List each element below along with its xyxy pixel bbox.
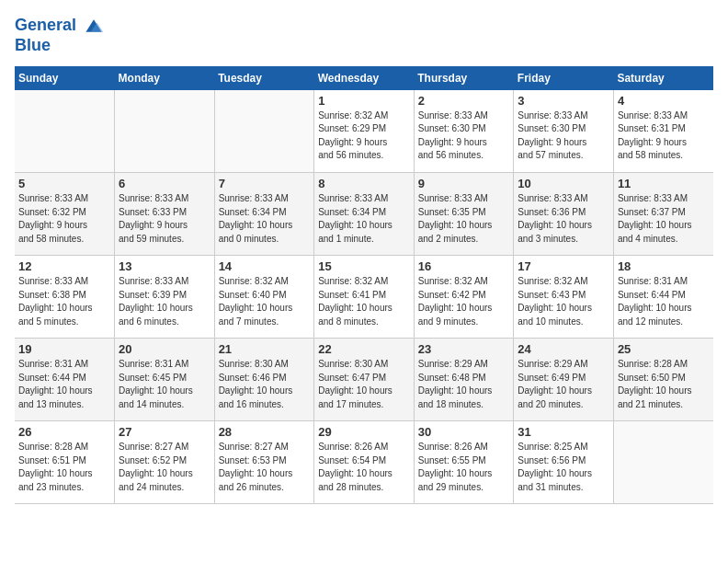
day-info: Sunrise: 8:33 AM Sunset: 6:32 PM Dayligh… bbox=[18, 192, 110, 246]
calendar-cell: 17Sunrise: 8:32 AM Sunset: 6:43 PM Dayli… bbox=[514, 256, 614, 339]
day-number: 25 bbox=[618, 342, 710, 356]
logo-icon bbox=[83, 15, 105, 37]
calendar-cell bbox=[115, 90, 215, 173]
calendar-cell: 19Sunrise: 8:31 AM Sunset: 6:44 PM Dayli… bbox=[15, 339, 115, 421]
day-info: Sunrise: 8:32 AM Sunset: 6:40 PM Dayligh… bbox=[219, 275, 311, 328]
day-info: Sunrise: 8:33 AM Sunset: 6:30 PM Dayligh… bbox=[418, 109, 510, 163]
calendar-cell: 3Sunrise: 8:33 AM Sunset: 6:30 PM Daylig… bbox=[514, 90, 614, 173]
calendar-cell: 28Sunrise: 8:27 AM Sunset: 6:53 PM Dayli… bbox=[214, 421, 314, 504]
day-info: Sunrise: 8:30 AM Sunset: 6:47 PM Dayligh… bbox=[318, 358, 410, 411]
calendar-week-row: 12Sunrise: 8:33 AM Sunset: 6:38 PM Dayli… bbox=[15, 256, 713, 339]
day-number: 10 bbox=[518, 177, 609, 190]
day-number: 23 bbox=[418, 342, 510, 356]
calendar-cell: 15Sunrise: 8:32 AM Sunset: 6:41 PM Dayli… bbox=[314, 256, 415, 339]
day-info: Sunrise: 8:33 AM Sunset: 6:35 PM Dayligh… bbox=[418, 192, 510, 246]
day-info: Sunrise: 8:27 AM Sunset: 6:52 PM Dayligh… bbox=[119, 441, 210, 494]
day-number: 26 bbox=[18, 425, 110, 439]
day-number: 6 bbox=[119, 177, 210, 190]
day-info: Sunrise: 8:29 AM Sunset: 6:48 PM Dayligh… bbox=[418, 358, 510, 411]
calendar-cell: 26Sunrise: 8:28 AM Sunset: 6:51 PM Dayli… bbox=[15, 421, 115, 504]
calendar-cell: 14Sunrise: 8:32 AM Sunset: 6:40 PM Dayli… bbox=[214, 256, 314, 339]
day-number: 30 bbox=[418, 425, 510, 439]
calendar-cell: 27Sunrise: 8:27 AM Sunset: 6:52 PM Dayli… bbox=[115, 421, 215, 504]
day-number: 29 bbox=[318, 425, 410, 439]
logo-text: General bbox=[15, 15, 105, 37]
day-number: 24 bbox=[518, 342, 609, 356]
day-number: 11 bbox=[618, 177, 710, 190]
calendar-cell: 30Sunrise: 8:26 AM Sunset: 6:55 PM Dayli… bbox=[414, 421, 514, 504]
day-number: 22 bbox=[318, 342, 410, 356]
calendar-cell: 8Sunrise: 8:33 AM Sunset: 6:34 PM Daylig… bbox=[314, 173, 415, 256]
weekday-header-sunday: Sunday bbox=[15, 66, 115, 90]
day-info: Sunrise: 8:33 AM Sunset: 6:33 PM Dayligh… bbox=[119, 192, 210, 246]
calendar-cell bbox=[15, 90, 115, 173]
calendar-week-row: 26Sunrise: 8:28 AM Sunset: 6:51 PM Dayli… bbox=[15, 421, 713, 504]
day-info: Sunrise: 8:29 AM Sunset: 6:49 PM Dayligh… bbox=[518, 358, 609, 411]
day-info: Sunrise: 8:33 AM Sunset: 6:39 PM Dayligh… bbox=[119, 275, 210, 328]
day-number: 27 bbox=[119, 425, 210, 439]
day-number: 3 bbox=[518, 94, 609, 108]
calendar-cell: 5Sunrise: 8:33 AM Sunset: 6:32 PM Daylig… bbox=[15, 173, 115, 256]
calendar-cell: 22Sunrise: 8:30 AM Sunset: 6:47 PM Dayli… bbox=[314, 339, 415, 421]
calendar-cell: 12Sunrise: 8:33 AM Sunset: 6:38 PM Dayli… bbox=[15, 256, 115, 339]
day-info: Sunrise: 8:26 AM Sunset: 6:55 PM Dayligh… bbox=[418, 441, 510, 494]
day-number: 16 bbox=[418, 259, 510, 273]
day-number: 9 bbox=[418, 177, 510, 190]
day-info: Sunrise: 8:25 AM Sunset: 6:56 PM Dayligh… bbox=[518, 441, 609, 494]
day-number: 15 bbox=[318, 259, 410, 273]
day-number: 14 bbox=[219, 259, 311, 273]
day-info: Sunrise: 8:26 AM Sunset: 6:54 PM Dayligh… bbox=[318, 441, 410, 494]
day-info: Sunrise: 8:27 AM Sunset: 6:53 PM Dayligh… bbox=[219, 441, 311, 494]
calendar-week-row: 5Sunrise: 8:33 AM Sunset: 6:32 PM Daylig… bbox=[15, 173, 713, 256]
day-number: 7 bbox=[219, 177, 311, 190]
calendar-cell: 18Sunrise: 8:31 AM Sunset: 6:44 PM Dayli… bbox=[613, 256, 713, 339]
day-info: Sunrise: 8:33 AM Sunset: 6:37 PM Dayligh… bbox=[618, 192, 710, 246]
day-number: 1 bbox=[318, 94, 410, 108]
calendar-cell: 4Sunrise: 8:33 AM Sunset: 6:31 PM Daylig… bbox=[613, 90, 713, 173]
weekday-header-thursday: Thursday bbox=[414, 66, 514, 90]
calendar-cell: 9Sunrise: 8:33 AM Sunset: 6:35 PM Daylig… bbox=[414, 173, 514, 256]
calendar-cell: 7Sunrise: 8:33 AM Sunset: 6:34 PM Daylig… bbox=[214, 173, 314, 256]
logo-text-blue: Blue bbox=[15, 37, 105, 55]
weekday-header-monday: Monday bbox=[115, 66, 215, 90]
calendar-cell: 13Sunrise: 8:33 AM Sunset: 6:39 PM Dayli… bbox=[115, 256, 215, 339]
day-number: 31 bbox=[518, 425, 609, 439]
day-number: 2 bbox=[418, 94, 510, 108]
page-header: General Blue bbox=[15, 15, 713, 55]
weekday-header-tuesday: Tuesday bbox=[214, 66, 314, 90]
calendar-cell: 11Sunrise: 8:33 AM Sunset: 6:37 PM Dayli… bbox=[613, 173, 713, 256]
calendar-cell: 10Sunrise: 8:33 AM Sunset: 6:36 PM Dayli… bbox=[514, 173, 614, 256]
calendar-cell: 25Sunrise: 8:28 AM Sunset: 6:50 PM Dayli… bbox=[613, 339, 713, 421]
day-info: Sunrise: 8:33 AM Sunset: 6:34 PM Dayligh… bbox=[219, 192, 311, 246]
day-info: Sunrise: 8:28 AM Sunset: 6:51 PM Dayligh… bbox=[18, 441, 110, 494]
day-info: Sunrise: 8:33 AM Sunset: 6:31 PM Dayligh… bbox=[618, 109, 710, 163]
weekday-header-friday: Friday bbox=[514, 66, 614, 90]
weekday-header-saturday: Saturday bbox=[613, 66, 713, 90]
day-number: 4 bbox=[618, 94, 710, 108]
day-info: Sunrise: 8:32 AM Sunset: 6:29 PM Dayligh… bbox=[318, 109, 410, 163]
calendar-week-row: 19Sunrise: 8:31 AM Sunset: 6:44 PM Dayli… bbox=[15, 339, 713, 421]
calendar-table: SundayMondayTuesdayWednesdayThursdayFrid… bbox=[15, 66, 713, 505]
calendar-cell: 29Sunrise: 8:26 AM Sunset: 6:54 PM Dayli… bbox=[314, 421, 415, 504]
day-number: 19 bbox=[18, 342, 110, 356]
day-info: Sunrise: 8:31 AM Sunset: 6:45 PM Dayligh… bbox=[119, 358, 210, 411]
day-number: 20 bbox=[119, 342, 210, 356]
calendar-cell: 1Sunrise: 8:32 AM Sunset: 6:29 PM Daylig… bbox=[314, 90, 415, 173]
calendar-cell bbox=[214, 90, 314, 173]
weekday-header-row: SundayMondayTuesdayWednesdayThursdayFrid… bbox=[15, 66, 713, 90]
day-number: 17 bbox=[518, 259, 609, 273]
calendar-cell bbox=[613, 421, 713, 504]
weekday-header-wednesday: Wednesday bbox=[314, 66, 415, 90]
day-info: Sunrise: 8:31 AM Sunset: 6:44 PM Dayligh… bbox=[18, 358, 110, 411]
calendar-cell: 16Sunrise: 8:32 AM Sunset: 6:42 PM Dayli… bbox=[414, 256, 514, 339]
day-info: Sunrise: 8:33 AM Sunset: 6:36 PM Dayligh… bbox=[518, 192, 609, 246]
calendar-cell: 24Sunrise: 8:29 AM Sunset: 6:49 PM Dayli… bbox=[514, 339, 614, 421]
day-number: 12 bbox=[18, 259, 110, 273]
day-number: 28 bbox=[219, 425, 311, 439]
day-number: 8 bbox=[318, 177, 410, 190]
calendar-cell: 20Sunrise: 8:31 AM Sunset: 6:45 PM Dayli… bbox=[115, 339, 215, 421]
calendar-cell: 6Sunrise: 8:33 AM Sunset: 6:33 PM Daylig… bbox=[115, 173, 215, 256]
logo: General Blue bbox=[15, 15, 105, 55]
day-info: Sunrise: 8:32 AM Sunset: 6:43 PM Dayligh… bbox=[518, 275, 609, 328]
day-number: 21 bbox=[219, 342, 311, 356]
